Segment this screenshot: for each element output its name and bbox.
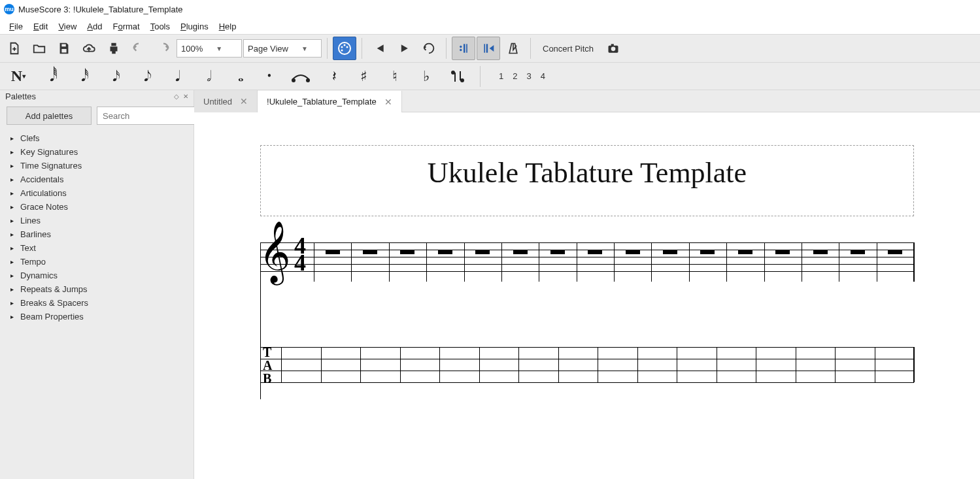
palette-item-articulations[interactable]: ▸Articulations	[0, 186, 194, 200]
palette-item-dynamics[interactable]: ▸Dynamics	[0, 269, 194, 282]
palette-item-barlines[interactable]: ▸Barlines	[0, 227, 194, 241]
document-tab[interactable]: Untitled✕	[194, 90, 258, 112]
whole-rest	[400, 250, 414, 254]
zoom-dropdown[interactable]: 100%▼	[177, 39, 242, 58]
close-tab-icon[interactable]: ✕	[384, 97, 392, 107]
menu-bar: File Edit View Add Format Tools Plugins …	[0, 18, 980, 34]
menu-format[interactable]: Format	[107, 20, 144, 33]
palette-list: ▸Clefs▸Key Signatures▸Time Signatures▸Ac…	[0, 129, 194, 326]
palette-item-grace-notes[interactable]: ▸Grace Notes	[0, 200, 194, 214]
menu-plugins[interactable]: Plugins	[175, 20, 214, 33]
chevron-right-icon: ▸	[10, 148, 14, 156]
cloud-save-button[interactable]	[77, 37, 101, 60]
palette-item-text[interactable]: ▸Text	[0, 241, 194, 255]
whole-rest	[775, 250, 790, 254]
palette-icon	[337, 41, 352, 56]
whole-rest	[851, 250, 865, 254]
note-whole-button[interactable]: 𝅝	[225, 65, 251, 88]
redo-icon	[156, 41, 171, 56]
whole-rest	[475, 250, 490, 254]
concert-pitch-button[interactable]: Concert Pitch	[536, 41, 600, 56]
layout-value: Page View	[248, 44, 288, 54]
palette-item-label: Lines	[20, 216, 41, 225]
palette-item-lines[interactable]: ▸Lines	[0, 214, 194, 227]
palette-item-repeats-jumps[interactable]: ▸Repeats & Jumps	[0, 282, 194, 296]
natural-button[interactable]: ♮	[382, 65, 408, 88]
mixer-button[interactable]	[333, 37, 356, 60]
menu-tools[interactable]: Tools	[145, 20, 175, 33]
open-file-button[interactable]	[27, 37, 51, 60]
flat-button[interactable]: ♭	[413, 65, 439, 88]
main-area: Untitled✕!Ukulele_Tablature_Template✕ Uk…	[194, 90, 980, 479]
palette-item-label: Repeats & Jumps	[20, 284, 88, 294]
palette-item-breaks-spacers[interactable]: ▸Breaks & Spacers	[0, 296, 194, 310]
layout-dropdown[interactable]: Page View▼	[243, 39, 322, 58]
menu-edit[interactable]: Edit	[28, 20, 53, 33]
separator	[327, 38, 328, 59]
menu-file[interactable]: File	[4, 20, 28, 33]
menu-view[interactable]: View	[53, 20, 82, 33]
svg-rect-11	[486, 44, 488, 52]
note-input-mode-button[interactable]: N ▾	[5, 65, 31, 88]
dot-button[interactable]: •	[256, 65, 282, 88]
whole-rest	[588, 250, 602, 254]
document-tabs: Untitled✕!Ukulele_Tablature_Template✕	[194, 90, 980, 112]
save-button[interactable]	[52, 37, 76, 60]
note-64th-button[interactable]: 𝅘𝅥𝅱	[37, 65, 63, 88]
note-quarter-button[interactable]: 𝅘𝅥	[162, 65, 188, 88]
sharp-button[interactable]: ♯	[350, 65, 377, 88]
svg-rect-6	[464, 44, 465, 52]
palette-item-label: Articulations	[20, 188, 67, 198]
note-8th-button[interactable]: 𝅘𝅥𝅮	[131, 65, 157, 88]
menu-add[interactable]: Add	[82, 20, 107, 33]
screenshot-button[interactable]	[601, 37, 625, 60]
rest-button[interactable]: 𝄽	[319, 65, 345, 88]
loop-button[interactable]	[417, 37, 441, 60]
tab-staff[interactable]: T A B	[260, 347, 914, 382]
tab-label: Untitled	[203, 97, 232, 107]
palette-item-label: Beam Properties	[20, 312, 84, 322]
menu-help[interactable]: Help	[214, 20, 242, 33]
voice-1[interactable]: 1	[499, 71, 503, 81]
play-button[interactable]	[392, 37, 416, 60]
separator	[446, 38, 447, 59]
palettes-title: Palettes	[5, 91, 36, 101]
palette-item-accidentals[interactable]: ▸Accidentals	[0, 173, 194, 186]
note-32nd-button[interactable]: 𝅘𝅥𝅰	[68, 65, 94, 88]
loop-out-button[interactable]	[477, 37, 500, 60]
palette-item-tempo[interactable]: ▸Tempo	[0, 255, 194, 269]
close-panel-icon[interactable]: ✕	[183, 93, 188, 100]
close-tab-icon[interactable]: ✕	[240, 96, 248, 107]
play-icon	[397, 42, 411, 55]
whole-rest	[363, 250, 377, 254]
palette-item-clefs[interactable]: ▸Clefs	[0, 131, 194, 145]
rewind-button[interactable]	[367, 37, 391, 60]
palettes-header: Palettes ◇ ✕	[0, 90, 194, 103]
print-button[interactable]	[102, 37, 126, 60]
document-tab[interactable]: !Ukulele_Tablature_Template✕	[258, 91, 402, 113]
tie-button[interactable]	[288, 65, 314, 88]
note-half-button[interactable]: 𝅗𝅥	[194, 65, 220, 88]
note-16th-button[interactable]: 𝅘𝅥𝅯	[99, 65, 126, 88]
flip-button[interactable]	[445, 65, 471, 88]
treble-staff[interactable]: 𝄞 4 4	[260, 242, 914, 282]
undo-button[interactable]	[127, 37, 150, 60]
redo-button[interactable]	[152, 37, 175, 60]
undock-icon[interactable]: ◇	[174, 93, 179, 100]
palette-item-time-signatures[interactable]: ▸Time Signatures	[0, 159, 194, 173]
voice-4[interactable]: 4	[541, 71, 545, 81]
new-file-button[interactable]	[3, 37, 26, 60]
svg-point-4	[346, 46, 348, 48]
voice-3[interactable]: 3	[526, 71, 531, 81]
voice-2[interactable]: 2	[513, 71, 517, 81]
staff-system: 𝄞 4 4 T A B	[260, 242, 914, 382]
add-palettes-button[interactable]: Add palettes	[7, 107, 92, 125]
window-title: MuseScore 3: !Ukulele_Tablature_Template	[18, 5, 182, 14]
palette-item-beam-properties[interactable]: ▸Beam Properties	[0, 310, 194, 323]
score-canvas[interactable]: Ukulele Tablature Template 𝄞 4 4	[194, 112, 980, 479]
whole-rest	[626, 250, 640, 254]
title-frame[interactable]: Ukulele Tablature Template	[260, 145, 914, 216]
metronome-button[interactable]	[501, 37, 525, 60]
loop-in-button[interactable]	[452, 37, 475, 60]
palette-item-key-signatures[interactable]: ▸Key Signatures	[0, 145, 194, 159]
